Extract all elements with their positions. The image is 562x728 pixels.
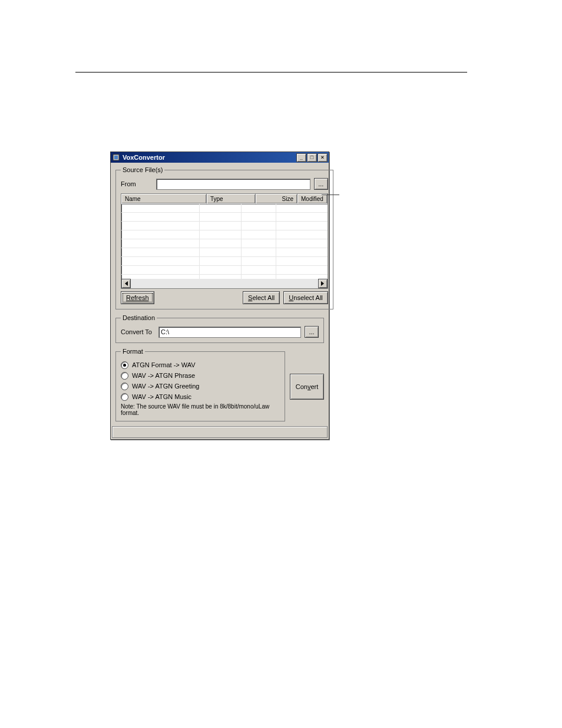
- format-option-label: WAV -> ATGN Phrase: [132, 372, 195, 379]
- radio-icon: [121, 393, 128, 401]
- list-row: [121, 248, 328, 257]
- destination-legend: Destination: [121, 314, 157, 321]
- list-row: [121, 275, 328, 279]
- convert-to-label: Convert To: [121, 328, 155, 335]
- format-note: Note: The source WAV file must be in 8k/…: [121, 403, 280, 416]
- page-divider: [75, 72, 467, 73]
- unselect-all-label: Unselect All: [289, 294, 322, 301]
- radio-icon: [121, 372, 128, 380]
- svg-rect-1: [114, 156, 118, 159]
- col-header-name[interactable]: Name: [121, 194, 207, 204]
- chevron-right-icon: [321, 281, 324, 286]
- format-option-label: WAV -> ATGN Greeting: [132, 383, 199, 390]
- refresh-button[interactable]: Refresh: [121, 291, 154, 304]
- col-header-type[interactable]: Type: [207, 194, 256, 204]
- app-icon: [112, 153, 120, 162]
- col-header-size[interactable]: Size: [256, 194, 297, 204]
- chevron-left-icon: [125, 281, 128, 286]
- format-option-atgn-to-wav[interactable]: ATGN Format -> WAV: [121, 360, 280, 370]
- list-row: [121, 239, 328, 248]
- list-row: [121, 213, 328, 222]
- format-option-label: WAV -> ATGN Music: [132, 393, 191, 400]
- close-button[interactable]: ×: [318, 153, 328, 162]
- radio-icon: [121, 361, 128, 369]
- select-all-button[interactable]: Select All: [243, 291, 280, 304]
- format-option-label: ATGN Format -> WAV: [132, 361, 196, 368]
- format-option-wav-to-greeting[interactable]: WAV -> ATGN Greeting: [121, 381, 280, 391]
- format-legend: Format: [121, 348, 145, 355]
- col-header-modified[interactable]: Modified: [297, 194, 328, 204]
- unselect-all-button[interactable]: Unselect All: [283, 291, 328, 304]
- minimize-button[interactable]: _: [296, 153, 306, 162]
- from-browse-button[interactable]: ...: [314, 178, 328, 190]
- from-input[interactable]: [156, 179, 310, 190]
- source-files-legend: Source File(s): [121, 166, 164, 173]
- titlebar[interactable]: VoxConvertor _ □ ×: [111, 152, 329, 163]
- scroll-right-button[interactable]: [318, 279, 328, 288]
- convert-button[interactable]: Convert: [290, 374, 324, 400]
- minimize-icon: _: [300, 155, 303, 160]
- refresh-label: Refresh: [126, 294, 149, 301]
- file-list[interactable]: Name Type Size Modified: [121, 193, 328, 289]
- convert-to-browse-button[interactable]: ...: [305, 326, 319, 338]
- format-group: Format ATGN Format -> WAV WAV -> ATGN Ph…: [115, 348, 285, 421]
- from-label: From: [121, 180, 153, 187]
- scrollbar-track[interactable]: [131, 279, 318, 288]
- format-option-wav-to-phrase[interactable]: WAV -> ATGN Phrase: [121, 370, 280, 381]
- list-row: [121, 257, 328, 266]
- destination-group: Destination Convert To C:\ ...: [115, 314, 324, 343]
- list-row: [121, 204, 328, 213]
- convert-to-input[interactable]: C:\: [158, 327, 301, 338]
- format-option-wav-to-music[interactable]: WAV -> ATGN Music: [121, 391, 280, 402]
- convert-label: Convert: [296, 383, 319, 390]
- file-list-body: [121, 204, 328, 279]
- close-icon: ×: [321, 155, 324, 160]
- horizontal-scrollbar[interactable]: [121, 279, 328, 288]
- app-window: VoxConvertor _ □ × Source File(s) From .…: [110, 151, 329, 440]
- source-files-group: Source File(s) From ... Name Type Size M…: [115, 166, 333, 309]
- file-list-header: Name Type Size Modified: [121, 194, 328, 205]
- list-row: [121, 230, 328, 239]
- list-row: [121, 266, 328, 275]
- list-row: [121, 222, 328, 230]
- statusbar: [112, 426, 328, 438]
- maximize-button[interactable]: □: [307, 153, 317, 162]
- radio-icon: [121, 383, 128, 390]
- select-all-label: Select All: [248, 294, 275, 301]
- scroll-left-button[interactable]: [121, 279, 131, 288]
- window-title: VoxConvertor: [123, 154, 296, 161]
- maximize-icon: □: [310, 155, 313, 160]
- callout-line: [322, 195, 339, 195]
